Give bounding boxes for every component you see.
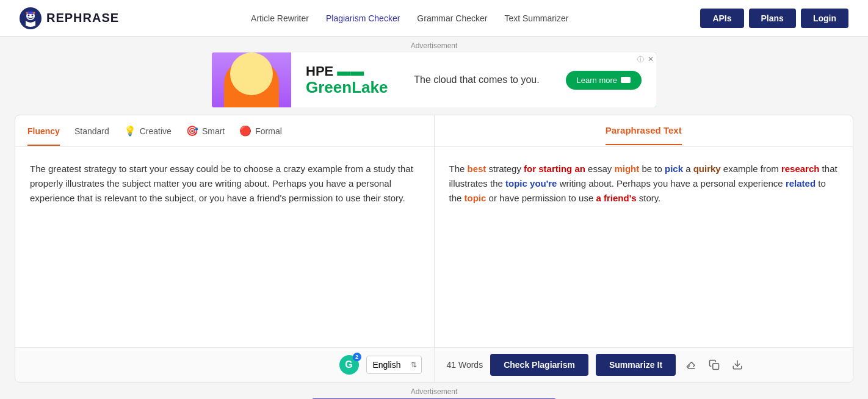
input-text-area[interactable]: The greatest strategy to start your essa… <box>15 147 434 347</box>
summarize-button[interactable]: Summarize It <box>596 354 676 376</box>
hl-for-starting-an: for starting an <box>524 164 585 174</box>
tab-smart-label: Smart <box>202 126 225 136</box>
language-select[interactable]: English Spanish French German <box>366 356 422 374</box>
login-button[interactable]: Login <box>801 9 848 28</box>
nav-article-rewriter[interactable]: Article Rewriter <box>251 13 309 23</box>
hl-research: research <box>781 164 820 174</box>
creative-icon: 💡 <box>124 125 136 137</box>
ad-box: HPE ▬▬ GreenLake The cloud that comes to… <box>212 52 656 107</box>
grammarly-sup: 2 <box>353 353 361 361</box>
language-selector-wrapper[interactable]: English Spanish French German <box>366 356 422 374</box>
hl-pick: pick <box>665 164 683 174</box>
paraphrased-text-title: Paraphrased Text <box>606 125 682 145</box>
nav-grammar-checker[interactable]: Grammar Checker <box>417 13 487 23</box>
ad-brand-name: HPE ▬▬ <box>306 64 364 79</box>
nav-text-summarizer[interactable]: Text Summarizer <box>504 13 568 23</box>
hl-topic-youre: topic you're <box>505 178 557 189</box>
logo-icon <box>20 7 42 29</box>
tab-fluency-label: Fluency <box>27 126 60 136</box>
tab-smart[interactable]: 🎯 Smart <box>186 115 225 146</box>
output-header: Paraphrased Text <box>435 115 853 147</box>
svg-rect-7 <box>713 364 719 370</box>
tool-body: Fluency Standard 💡 Creative 🎯 Smart 🔴 Fo… <box>15 115 853 347</box>
tab-fluency[interactable]: Fluency <box>27 117 60 146</box>
nav: Article Rewriter Plagiarism Checker Gram… <box>251 13 568 23</box>
hl-best: best <box>468 164 486 174</box>
svg-point-5 <box>26 12 28 13</box>
ad-person-image <box>212 52 291 107</box>
header: REPHRASE Article Rewriter Plagiarism Che… <box>0 0 868 37</box>
logo-text: REPHRASE <box>46 11 119 25</box>
ad-brand: HPE ▬▬ GreenLake <box>306 64 388 96</box>
tab-formal[interactable]: 🔴 Formal <box>239 115 282 146</box>
bottom-ad-label: Advertisement <box>0 383 868 398</box>
tab-creative-label: Creative <box>140 126 172 136</box>
hl-quirky: quirky <box>693 164 721 174</box>
download-icon <box>732 359 743 370</box>
word-count: 41 Words <box>447 360 483 370</box>
formal-icon: 🔴 <box>239 125 251 137</box>
hl-topic: topic <box>465 193 486 203</box>
logo[interactable]: REPHRASE <box>20 7 119 29</box>
hl-might: might <box>614 164 639 174</box>
svg-point-6 <box>34 12 35 13</box>
tab-formal-label: Formal <box>255 126 282 136</box>
output-footer: 41 Words Check Plagiarism Summarize It <box>435 348 853 382</box>
svg-point-3 <box>32 14 34 16</box>
copy-button[interactable] <box>706 357 722 373</box>
ad-close-button[interactable]: ✕ <box>648 55 654 63</box>
eraser-icon <box>685 359 696 370</box>
ad-info-icon[interactable]: ⓘ <box>637 55 644 64</box>
tab-standard[interactable]: Standard <box>74 117 109 146</box>
hl-a-friends: a friend's <box>596 193 636 203</box>
ad-container: HPE ▬▬ GreenLake The cloud that comes to… <box>0 52 868 107</box>
nav-plagiarism-checker[interactable]: Plagiarism Checker <box>326 13 400 23</box>
ad-tagline: The cloud that comes to you. <box>414 74 539 85</box>
footer-bar: G 2 English Spanish French German 41 Wor… <box>15 347 853 382</box>
ad-content: HPE ▬▬ GreenLake The cloud that comes to… <box>291 52 656 107</box>
ad-label: Advertisement <box>0 37 868 52</box>
copy-icon <box>709 359 720 370</box>
tab-creative[interactable]: 💡 Creative <box>124 115 172 146</box>
tab-bar: Fluency Standard 💡 Creative 🎯 Smart 🔴 Fo… <box>15 115 434 147</box>
check-plagiarism-button[interactable]: Check Plagiarism <box>490 354 588 376</box>
ad-cta-button[interactable]: Learn more <box>566 71 642 90</box>
output-text-area: The best strategy for starting an essay … <box>435 147 853 347</box>
input-text: The greatest strategy to start your essa… <box>30 162 419 206</box>
plans-button[interactable]: Plans <box>749 9 796 28</box>
header-buttons: APIs Plans Login <box>700 9 848 28</box>
output-panel: Paraphrased Text The best strategy for s… <box>435 115 853 347</box>
svg-rect-4 <box>27 12 34 14</box>
grammarly-badge[interactable]: G 2 <box>339 355 359 375</box>
hl-related: related <box>786 178 816 189</box>
output-text: The best strategy for starting an essay … <box>449 162 839 206</box>
apis-button[interactable]: APIs <box>700 9 743 28</box>
input-panel: Fluency Standard 💡 Creative 🎯 Smart 🔴 Fo… <box>15 115 435 347</box>
tab-standard-label: Standard <box>74 126 109 136</box>
svg-point-2 <box>28 14 30 16</box>
eraser-button[interactable] <box>683 357 699 373</box>
tool-container: Fluency Standard 💡 Creative 🎯 Smart 🔴 Fo… <box>15 115 853 383</box>
download-button[interactable] <box>729 357 745 373</box>
ad-brand-greenlake: GreenLake <box>306 79 388 96</box>
input-footer: G 2 English Spanish French German <box>15 348 435 382</box>
smart-icon: 🎯 <box>186 125 198 137</box>
